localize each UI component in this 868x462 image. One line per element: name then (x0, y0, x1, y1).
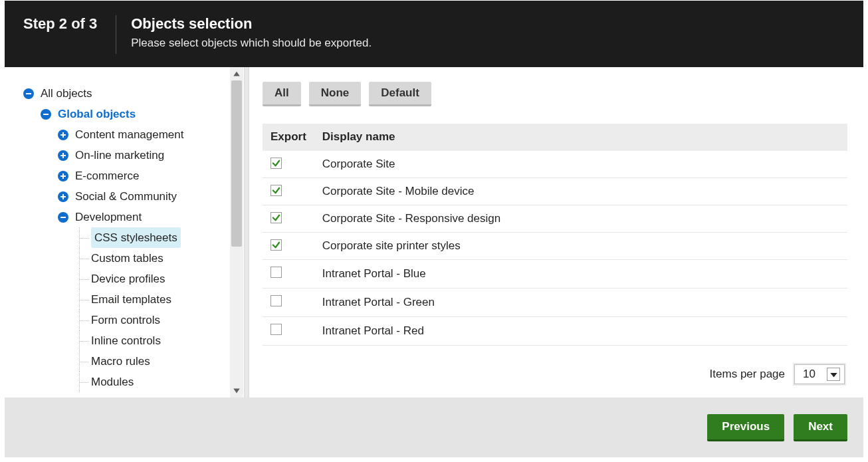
next-button[interactable]: Next (794, 414, 847, 441)
tree-leaf[interactable]: Form controls (75, 310, 243, 330)
tree-node[interactable]: On-line marketing (58, 145, 243, 166)
tree-leaf[interactable]: Device profiles (75, 269, 243, 289)
items-per-page-label: Items per page (710, 368, 785, 381)
tree-node-all-objects[interactable]: All objects (23, 83, 243, 104)
export-checkbox[interactable] (271, 324, 282, 335)
col-export: Export (263, 124, 314, 151)
previous-button[interactable]: Previous (707, 414, 784, 441)
tree-connector-icon (75, 289, 91, 310)
export-checkbox[interactable] (271, 212, 282, 223)
svg-rect-9 (60, 196, 66, 197)
object-tree-panel: All objects Global objects Conte (5, 67, 244, 398)
tree-label: Development (75, 207, 142, 227)
select-none-button[interactable]: None (309, 82, 362, 106)
tree-connector-icon (75, 330, 91, 351)
display-name-cell: Intranet Portal - Green (314, 289, 847, 317)
tree-leaf[interactable]: Modules (75, 372, 243, 392)
scroll-up-icon[interactable] (230, 67, 243, 80)
tree-connector-icon (75, 248, 91, 269)
select-all-button[interactable]: All (263, 82, 301, 106)
panel-splitter[interactable] (244, 67, 249, 398)
tree-label: E-commerce (75, 166, 139, 186)
tree-label: CSS stylesheets (91, 227, 181, 248)
expand-icon[interactable] (58, 150, 68, 161)
svg-rect-1 (43, 114, 49, 115)
tree-label: Inline controls (91, 330, 161, 351)
table-row: Corporate Site - Mobile device (263, 178, 847, 205)
tree-connector-icon (75, 372, 91, 392)
wizard-footer: Previous Next (5, 398, 863, 457)
tree-label: Modules (91, 372, 134, 392)
expand-icon[interactable] (58, 171, 68, 181)
tree-node-development[interactable]: Development (58, 207, 243, 227)
tree-connector-icon (75, 310, 91, 330)
tree-label: Device profiles (91, 269, 165, 289)
display-name-cell: Corporate Site (314, 151, 847, 178)
select-default-button[interactable]: Default (369, 82, 431, 106)
export-checkbox[interactable] (271, 239, 282, 251)
svg-rect-0 (26, 93, 31, 94)
expand-icon[interactable] (58, 130, 68, 140)
table-row: Intranet Portal - Blue (263, 260, 847, 289)
scroll-thumb[interactable] (231, 80, 242, 247)
tree-node[interactable]: Content management (58, 124, 243, 145)
tree-label: Content management (75, 124, 184, 145)
svg-rect-7 (60, 175, 66, 177)
table-row: Corporate Site - Responsive design (263, 205, 847, 233)
chevron-down-icon (827, 368, 840, 381)
table-row: Corporate site printer styles (263, 233, 847, 260)
objects-table: Export Display name Corporate SiteCorpor… (263, 124, 847, 346)
tree-scrollbar[interactable] (230, 67, 243, 398)
display-name-cell: Corporate Site - Mobile device (314, 178, 847, 205)
tree-leaf[interactable]: Macro rules (75, 351, 243, 372)
export-checkbox[interactable] (271, 267, 282, 278)
tree-label: All objects (41, 83, 92, 104)
tree-label: Macro rules (91, 351, 150, 372)
tree-node[interactable]: Social & Community (58, 186, 243, 207)
display-name-cell: Intranet Portal - Blue (314, 260, 847, 289)
tree-label: On-line marketing (75, 145, 164, 166)
export-checkbox[interactable] (271, 185, 282, 196)
collapse-icon[interactable] (23, 88, 34, 99)
collapse-icon[interactable] (58, 212, 68, 223)
wizard-header: Step 2 of 3 Objects selection Please sel… (5, 1, 863, 67)
table-row: Corporate Site (263, 151, 847, 178)
tree-leaf[interactable]: CSS stylesheets (75, 227, 243, 248)
svg-rect-10 (60, 217, 66, 218)
tree-leaf[interactable]: Inline controls (75, 330, 243, 351)
table-row: Intranet Portal - Red (263, 317, 847, 346)
items-per-page-select[interactable]: 10 (794, 364, 845, 384)
table-row: Intranet Portal - Green (263, 289, 847, 317)
tree-leaf[interactable]: Custom tables (75, 248, 243, 269)
export-checkbox[interactable] (271, 295, 282, 306)
export-checkbox[interactable] (271, 158, 282, 169)
tree-node[interactable]: E-commerce (58, 166, 243, 186)
page-title: Objects selection (131, 15, 372, 33)
tree-label: Custom tables (91, 248, 163, 269)
tree-connector-icon (75, 351, 91, 372)
svg-rect-3 (60, 134, 66, 136)
display-name-cell: Intranet Portal - Red (314, 317, 847, 346)
page-subtitle: Please select objects which should be ex… (131, 37, 372, 50)
tree-connector-icon (75, 227, 91, 248)
display-name-cell: Corporate Site - Responsive design (314, 205, 847, 233)
tree-label: Global objects (58, 104, 136, 124)
items-per-page-value: 10 (803, 368, 821, 381)
scroll-down-icon[interactable] (230, 384, 243, 398)
tree-label: Social & Community (75, 186, 177, 207)
col-display-name: Display name (314, 124, 847, 151)
tree-label: Email templates (91, 289, 171, 310)
expand-icon[interactable] (58, 191, 68, 202)
tree-node-global-objects[interactable]: Global objects (41, 104, 243, 124)
svg-rect-5 (60, 155, 66, 156)
step-indicator: Step 2 of 3 (23, 15, 97, 33)
selection-toolbar: All None Default (263, 82, 847, 106)
display-name-cell: Corporate site printer styles (314, 233, 847, 260)
tree-label: Form controls (91, 310, 160, 330)
tree-leaf[interactable]: Email templates (75, 289, 243, 310)
collapse-icon[interactable] (41, 109, 51, 120)
tree-connector-icon (75, 269, 91, 289)
